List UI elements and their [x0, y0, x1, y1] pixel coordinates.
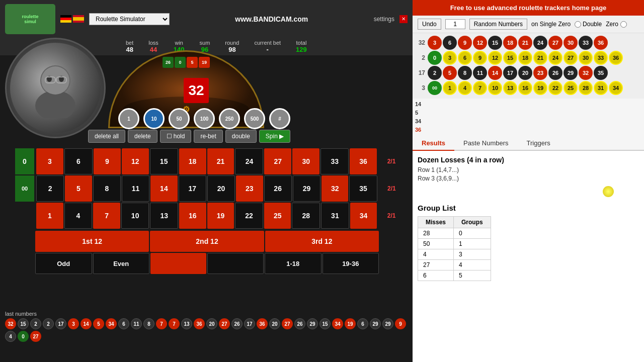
board-num-33[interactable]: 33 — [579, 36, 593, 50]
board-num-26[interactable]: 26 — [548, 66, 562, 80]
board-num-9[interactable]: 9 — [458, 36, 472, 50]
board-num-25y[interactable]: 25 — [564, 81, 578, 95]
list-item[interactable]: 14 — [80, 318, 92, 329]
num-3[interactable]: 3 — [36, 148, 63, 174]
list-item[interactable]: 6 — [118, 318, 129, 329]
board-num-15[interactable]: 15 — [488, 36, 502, 50]
board-num-23[interactable]: 23 — [533, 66, 547, 80]
list-item[interactable]: 20 — [206, 318, 217, 329]
board-num-21y[interactable]: 21 — [533, 51, 547, 65]
list-item[interactable]: 26 — [294, 318, 305, 329]
tab-triggers[interactable]: Triggers — [518, 136, 559, 151]
close-button[interactable]: ✕ — [399, 15, 408, 23]
list-item[interactable]: 20 — [269, 318, 280, 329]
first-dozen-btn[interactable]: 1st 12 — [35, 231, 149, 252]
num-27[interactable]: 27 — [264, 148, 291, 174]
chip-500[interactable]: 500 — [244, 108, 265, 129]
red-btn[interactable] — [150, 253, 206, 274]
flag-de[interactable] — [60, 15, 71, 23]
board-num-18y[interactable]: 18 — [518, 51, 532, 65]
num-12[interactable]: 12 — [122, 148, 149, 174]
chip-hash[interactable]: # — [269, 108, 290, 129]
list-item[interactable]: 34 — [332, 318, 343, 329]
num-33[interactable]: 33 — [320, 148, 349, 174]
list-item[interactable]: 8 — [143, 318, 154, 329]
board-num-13y[interactable]: 13 — [503, 81, 517, 95]
list-item[interactable]: 29 — [382, 318, 393, 329]
board-num-1y[interactable]: 1 — [443, 81, 457, 95]
num-30[interactable]: 30 — [292, 148, 319, 174]
list-item[interactable]: 5 — [93, 318, 104, 329]
board-num-34y[interactable]: 34 — [609, 81, 623, 95]
board-num-12[interactable]: 12 — [473, 36, 487, 50]
list-item[interactable]: 2 — [30, 318, 41, 329]
num-22[interactable]: 22 — [235, 203, 263, 229]
board-num-30y[interactable]: 30 — [579, 51, 593, 65]
tab-results[interactable]: Results — [413, 136, 454, 151]
chip-1[interactable]: 1 — [118, 108, 139, 129]
num-23[interactable]: 23 — [236, 175, 263, 202]
chip-10[interactable]: 10 — [143, 108, 165, 129]
third-dozen-btn[interactable]: 3rd 12 — [265, 231, 379, 252]
list-item[interactable]: 29 — [370, 318, 381, 329]
board-num-19y[interactable]: 19 — [533, 81, 547, 95]
second-dozen-btn[interactable]: 2nd 12 — [150, 231, 264, 252]
num-31[interactable]: 31 — [321, 203, 349, 229]
low-btn[interactable]: 1-18 — [265, 253, 321, 274]
board-num-36[interactable]: 36 — [594, 36, 608, 50]
board-num-4y[interactable]: 4 — [458, 81, 472, 95]
num-35[interactable]: 35 — [349, 175, 377, 202]
payout-row2[interactable]: 2/1 — [378, 175, 405, 202]
flag-es[interactable] — [73, 15, 84, 23]
board-num-24[interactable]: 24 — [533, 36, 547, 50]
random-numbers-button[interactable]: Random Numbers — [469, 19, 527, 30]
num-28[interactable]: 28 — [292, 203, 320, 229]
num-19[interactable]: 19 — [207, 203, 234, 229]
single-zero-radio[interactable]: Double — [575, 21, 602, 28]
list-item[interactable]: 19 — [345, 318, 356, 329]
payout-row1[interactable]: 2/1 — [378, 148, 405, 174]
board-num-27[interactable]: 27 — [548, 36, 562, 50]
hold-button[interactable]: ☐hold — [160, 130, 192, 143]
board-num-30[interactable]: 30 — [564, 36, 578, 50]
list-item[interactable]: 34 — [106, 318, 117, 329]
list-item[interactable]: 4 — [5, 331, 16, 342]
num-24[interactable]: 24 — [235, 148, 263, 174]
single-zero-radio-input[interactable] — [575, 21, 581, 28]
chip-250[interactable]: 250 — [219, 108, 240, 129]
num-7[interactable]: 7 — [93, 203, 120, 229]
num-29[interactable]: 29 — [293, 175, 320, 202]
board-num-28y[interactable]: 28 — [579, 81, 593, 95]
list-item[interactable]: 9 — [395, 318, 406, 329]
board-num-21[interactable]: 21 — [518, 36, 532, 50]
board-num-6[interactable]: 6 — [443, 36, 457, 50]
board-num-8[interactable]: 8 — [458, 66, 472, 80]
num-20[interactable]: 20 — [207, 175, 235, 202]
num-14[interactable]: 14 — [150, 175, 177, 202]
list-item[interactable]: 11 — [131, 318, 142, 329]
num-8[interactable]: 8 — [93, 175, 121, 202]
list-item[interactable]: 36 — [194, 318, 205, 329]
list-item[interactable]: 27 — [219, 318, 230, 329]
double-button[interactable]: double — [225, 130, 257, 143]
delete-button[interactable]: delete — [128, 130, 157, 143]
num-4[interactable]: 4 — [64, 203, 93, 229]
undo-input[interactable] — [445, 19, 465, 29]
num-25[interactable]: 25 — [264, 203, 291, 229]
list-item[interactable]: 3 — [68, 318, 79, 329]
board-num-2[interactable]: 2 — [428, 66, 442, 80]
num-13[interactable]: 13 — [150, 203, 178, 229]
board-num-15y[interactable]: 15 — [503, 51, 517, 65]
chip-50[interactable]: 50 — [169, 108, 190, 129]
num-21[interactable]: 21 — [207, 148, 234, 174]
list-item[interactable]: 0 — [18, 331, 29, 342]
black-btn[interactable] — [207, 253, 264, 274]
num-16[interactable]: 16 — [179, 203, 206, 229]
board-num-24y[interactable]: 24 — [548, 51, 562, 65]
re-bet-button[interactable]: re-bet — [194, 130, 222, 143]
board-num-12y[interactable]: 12 — [488, 51, 502, 65]
board-num-18[interactable]: 18 — [503, 36, 517, 50]
list-item[interactable]: 29 — [307, 318, 318, 329]
delete-all-button[interactable]: delete all — [88, 130, 125, 143]
board-num-36y[interactable]: 36 — [609, 51, 623, 65]
